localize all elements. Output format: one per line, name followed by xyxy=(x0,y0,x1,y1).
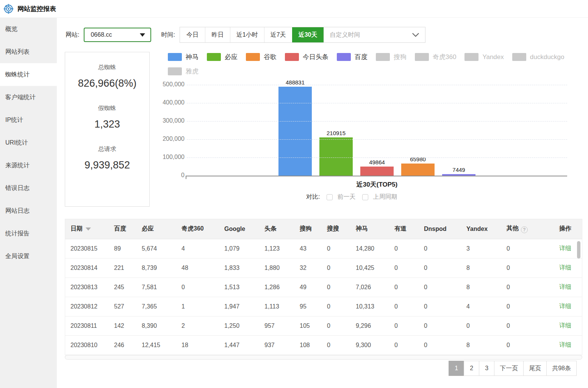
legend-item-奇虎360[interactable]: 奇虎360 xyxy=(415,53,456,61)
y-tick-label: 0 xyxy=(149,172,185,179)
time-range-group: 今日昨日近1小时近7天近30天 自定义时间 xyxy=(180,27,425,43)
cell-value: 246 xyxy=(114,335,142,355)
compare-checkbox-前一天[interactable] xyxy=(327,194,333,200)
bar-value-label: 49864 xyxy=(369,159,385,165)
legend-item-今日头条[interactable]: 今日头条 xyxy=(285,53,328,61)
cell-value: 1,947 xyxy=(224,297,264,316)
cell-value: 0 xyxy=(424,297,466,316)
bar-百度[interactable]: 7449 xyxy=(442,174,475,176)
cell-action: 详细 xyxy=(559,258,582,277)
detail-link[interactable]: 详细 xyxy=(559,322,571,329)
cell-value: 4 xyxy=(181,239,224,258)
page-button-1[interactable]: 1 xyxy=(449,361,464,376)
horizontal-scrollbar[interactable] xyxy=(65,355,582,360)
site-select[interactable]: 0668.cc xyxy=(84,28,151,42)
cell-value: 0 xyxy=(327,316,356,335)
bar-value-label: 7449 xyxy=(452,167,465,173)
legend-item-必应[interactable]: 必应 xyxy=(207,53,238,61)
sidebar-item-来源统计[interactable]: 来源统计 xyxy=(0,154,57,177)
time-button-近1小时[interactable]: 近1小时 xyxy=(230,27,264,42)
gridline xyxy=(187,121,567,122)
top-bar: 网站监控报表 xyxy=(0,0,588,18)
y-tick-label: 200,000 xyxy=(149,136,185,142)
sidebar-item-客户端统计[interactable]: 客户端统计 xyxy=(0,86,57,109)
legend-swatch xyxy=(168,67,182,75)
bar-今日头条[interactable]: 49864 xyxy=(360,167,394,176)
cell-value: 4 xyxy=(466,297,507,316)
compare-checkbox-上周同期[interactable] xyxy=(362,194,368,200)
page-button-3[interactable]: 3 xyxy=(479,361,494,376)
stat-value: 826,966(8%) xyxy=(78,78,137,89)
next-page-button[interactable]: 下一页 xyxy=(494,361,524,376)
legend-item-duckduckgo[interactable]: duckduckgo xyxy=(512,53,565,61)
page-button-2[interactable]: 2 xyxy=(464,361,479,376)
bar-谷歌[interactable]: 65980 xyxy=(401,164,435,176)
legend-item-百度[interactable]: 百度 xyxy=(337,53,368,61)
custom-time-select[interactable]: 自定义时间 xyxy=(324,27,425,42)
time-button-近7天[interactable]: 近7天 xyxy=(264,27,292,42)
compare-option-label: 上周同期 xyxy=(373,193,397,201)
chart-bars: 48883121091549864659807449 xyxy=(278,87,475,176)
column-header-百度: 百度 xyxy=(114,219,142,239)
cell-value: 0 xyxy=(507,258,559,277)
detail-link[interactable]: 详细 xyxy=(559,264,571,271)
sidebar-item-IP统计[interactable]: IP统计 xyxy=(0,109,57,131)
sidebar-item-网站日志[interactable]: 网站日志 xyxy=(0,199,57,222)
legend-label: 必应 xyxy=(225,53,238,61)
sort-descending-icon[interactable] xyxy=(86,228,91,231)
detail-link[interactable]: 详细 xyxy=(559,284,571,290)
cell-value: 937 xyxy=(264,335,300,355)
stat-label: 总蜘蛛 xyxy=(78,64,137,72)
cell-value: 1,079 xyxy=(224,239,264,258)
sidebar-item-全局设置[interactable]: 全局设置 xyxy=(0,245,57,268)
cell-value: 0 xyxy=(394,258,424,277)
sidebar-item-错误日志[interactable]: 错误日志 xyxy=(0,177,57,199)
legend-item-搜狗[interactable]: 搜狗 xyxy=(376,53,407,61)
legend-item-谷歌[interactable]: 谷歌 xyxy=(246,53,277,61)
detail-link[interactable]: 详细 xyxy=(559,303,571,309)
column-header-奇虎360: 奇虎360 xyxy=(181,219,224,239)
cell-action: 详细 xyxy=(559,297,582,316)
cell-date: 20230813 xyxy=(65,277,114,297)
legend-swatch xyxy=(246,53,260,61)
stat-假蜘蛛: 假蜘蛛1,323 xyxy=(94,104,120,130)
sidebar-item-蜘蛛统计[interactable]: 蜘蛛统计 xyxy=(0,63,57,86)
cell-value: 8 xyxy=(466,335,507,355)
detail-link[interactable]: 详细 xyxy=(559,245,571,251)
detail-link[interactable]: 详细 xyxy=(559,341,571,348)
cell-value: 7,581 xyxy=(142,277,181,297)
cell-value: 0 xyxy=(327,258,356,277)
table-row: 202308142218,739481,8331,88032010,425008… xyxy=(65,258,582,277)
bar-必应[interactable]: 210915 xyxy=(319,137,353,176)
bar-value-label: 210915 xyxy=(327,130,346,136)
column-header-日期: 日期 xyxy=(65,219,114,239)
sidebar-item-网站列表[interactable]: 网站列表 xyxy=(0,41,57,63)
time-button-昨日[interactable]: 昨日 xyxy=(205,27,230,42)
sidebar-item-概览[interactable]: 概览 xyxy=(0,18,57,41)
bar-神马[interactable]: 488831 xyxy=(278,87,312,176)
cell-value: 108 xyxy=(300,335,327,355)
vertical-scrollbar[interactable] xyxy=(577,241,580,259)
bar-chart: 48883121091549864659807449 xyxy=(187,85,567,176)
cell-value: 1,286 xyxy=(264,277,300,297)
help-icon[interactable]: ? xyxy=(521,226,528,233)
time-button-今日[interactable]: 今日 xyxy=(180,27,205,42)
legend-item-Yandex[interactable]: Yandex xyxy=(464,53,504,61)
legend-swatch xyxy=(207,53,221,61)
last-page-button[interactable]: 尾页 xyxy=(523,361,547,376)
cell-value: 1 xyxy=(181,297,224,316)
stat-value: 1,323 xyxy=(94,118,120,130)
cell-date: 20230812 xyxy=(65,297,114,316)
legend-swatch xyxy=(415,53,429,61)
sidebar-item-统计报告[interactable]: 统计报告 xyxy=(0,222,57,245)
chart-x-axis-line xyxy=(186,176,567,176)
legend-item-神马[interactable]: 神马 xyxy=(168,53,199,61)
sidebar-item-URI统计[interactable]: URI统计 xyxy=(0,131,57,154)
table-row: 202308111428,39021,25095710509,2960000详细 xyxy=(65,316,582,335)
legend-item-雅虎[interactable]: 雅虎 xyxy=(168,67,199,76)
time-button-近30天[interactable]: 近30天 xyxy=(292,27,324,42)
table-header-row: 日期百度必应奇虎360Google头条搜狗搜搜神马有道DnspodYandex其… xyxy=(65,219,582,239)
compare-option-label: 前一天 xyxy=(337,193,355,201)
cell-value: 5,674 xyxy=(142,239,181,258)
cell-value: 3 xyxy=(466,239,507,258)
